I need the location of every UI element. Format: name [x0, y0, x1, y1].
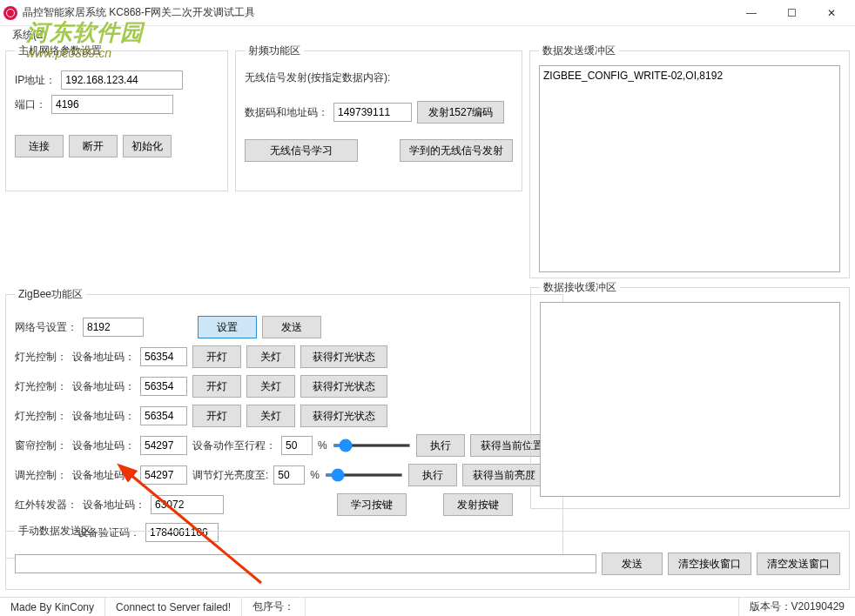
label-curtain: 窗帘控制：	[15, 439, 67, 453]
label-light2: 灯光控制：	[15, 379, 67, 394]
slider-curtain[interactable]	[333, 444, 411, 447]
input-curtain-pct[interactable]	[281, 436, 313, 455]
zigbee-set-button[interactable]: 设置	[198, 316, 257, 338]
light3-on-button[interactable]: 开灯	[192, 405, 241, 427]
input-light2-addr[interactable]	[140, 377, 187, 396]
group-rx-buffer: 数据接收缓冲区	[530, 280, 850, 509]
input-manual[interactable]	[15, 554, 596, 573]
label-curtain-act: 设备动作至行程：	[192, 439, 276, 453]
legend-rxbuf: 数据接收缓冲区	[540, 280, 620, 295]
label-dim-act: 调节灯光亮度至:	[192, 468, 268, 483]
status-made: Made By KinCony	[0, 598, 105, 616]
label-pct2: %	[310, 469, 320, 481]
window-title: 晶控智能家居系统 KC868-F网关二次开发调试工具	[23, 5, 731, 20]
input-netid[interactable]	[83, 318, 144, 337]
label-ir-addr: 设备地址码：	[83, 498, 145, 512]
rf-emit-button[interactable]: 学到的无线信号发射	[400, 139, 513, 162]
label-ip: IP地址：	[15, 73, 56, 88]
label-light3: 灯光控制：	[15, 409, 67, 424]
maximize-button[interactable]: ☐	[771, 0, 811, 26]
light1-on-button[interactable]: 开灯	[192, 345, 241, 368]
rf-learn-button[interactable]: 无线信号学习	[245, 139, 358, 162]
input-light1-addr[interactable]	[140, 347, 187, 366]
label-rf-code: 数据码和地址码：	[245, 105, 328, 120]
group-manual-send: 手动数据发送区 发送 清空接收窗口 清空发送窗口	[5, 524, 850, 590]
light2-off-button[interactable]: 关灯	[246, 375, 295, 398]
label-netid: 网络号设置：	[15, 320, 77, 335]
input-dim-pct[interactable]	[273, 465, 305, 485]
close-button[interactable]: ✕	[811, 0, 852, 26]
input-dim-addr[interactable]	[140, 465, 187, 485]
label-addr3: 设备地址码：	[72, 409, 135, 424]
disconnect-button[interactable]: 断开	[69, 135, 118, 157]
group-zigbee: ZigBee功能区 网络号设置： 设置 发送 灯光控制： 设备地址码： 开灯 关…	[5, 287, 563, 559]
label-curtain-addr: 设备地址码：	[72, 439, 135, 453]
label-dim-addr: 设备地址码：	[72, 468, 135, 483]
label-pct1: %	[318, 439, 327, 452]
input-ir-addr[interactable]	[151, 495, 224, 514]
label-dim: 调光控制：	[15, 468, 67, 483]
statusbar: Made By KinCony Connect to Server failed…	[0, 597, 855, 616]
input-rf-code[interactable]	[333, 103, 412, 122]
label-port: 端口：	[15, 97, 46, 112]
light3-off-button[interactable]: 关灯	[246, 405, 295, 427]
legend-zigbee: ZigBee功能区	[15, 287, 86, 302]
input-port[interactable]	[51, 95, 173, 114]
app-icon	[3, 6, 17, 20]
textarea-txbuf[interactable]: ZIGBEE_CONFIG_WRITE-02,OI,8192	[539, 65, 840, 272]
group-network: 主机网络参数设置 IP地址： 端口： 连接 断开 初始化	[5, 44, 228, 191]
menubar: 系统(Z)	[0, 26, 855, 44]
init-button[interactable]: 初始化	[123, 135, 172, 157]
group-tx-buffer: 数据发送缓冲区 ZIGBEE_CONFIG_WRITE-02,OI,8192	[529, 44, 850, 278]
input-ip[interactable]	[61, 70, 183, 90]
legend-rf: 射频功能区	[245, 44, 304, 58]
ir-learn-button[interactable]: 学习按键	[337, 493, 407, 516]
input-light3-addr[interactable]	[140, 406, 187, 425]
light3-status-button[interactable]: 获得灯光状态	[300, 405, 387, 427]
titlebar: 晶控智能家居系统 KC868-F网关二次开发调试工具 — ☐ ✕	[0, 0, 855, 26]
status-seq: 包序号：	[242, 598, 306, 616]
label-addr1: 设备地址码：	[72, 350, 135, 365]
label-ir: 红外转发器：	[15, 498, 77, 512]
light2-status-button[interactable]: 获得灯光状态	[300, 375, 387, 398]
textarea-rxbuf[interactable]	[540, 302, 840, 497]
send-1527-button[interactable]: 发射1527编码	[417, 101, 504, 124]
light1-off-button[interactable]: 关灯	[246, 345, 295, 368]
light1-status-button[interactable]: 获得灯光状态	[300, 345, 387, 368]
label-light1: 灯光控制：	[15, 350, 67, 365]
label-rf-line1: 无线信号发射(按指定数据内容):	[245, 70, 390, 85]
status-version: 版本号：V20190429	[739, 598, 855, 616]
zigbee-send-button[interactable]: 发送	[262, 316, 321, 338]
group-rf: 射频功能区 无线信号发射(按指定数据内容): 数据码和地址码： 发射1527编码…	[235, 44, 522, 191]
clear-rx-button[interactable]: 清空接收窗口	[668, 552, 751, 575]
legend-network: 主机网络参数设置	[15, 44, 105, 58]
minimize-button[interactable]: —	[731, 0, 771, 26]
curtain-exec-button[interactable]: 执行	[416, 434, 465, 457]
dim-exec-button[interactable]: 执行	[408, 464, 457, 486]
status-conn: Connect to Server failed!	[105, 598, 242, 616]
legend-manual: 手动数据发送区	[15, 524, 95, 539]
input-curtain-addr[interactable]	[140, 436, 187, 455]
light2-on-button[interactable]: 开灯	[192, 375, 241, 398]
label-addr2: 设备地址码：	[72, 379, 135, 394]
menu-system[interactable]: 系统(Z)	[7, 27, 51, 43]
ir-send-button[interactable]: 发射按键	[443, 493, 513, 516]
connect-button[interactable]: 连接	[15, 135, 64, 157]
slider-dim[interactable]	[325, 473, 403, 477]
manual-send-button[interactable]: 发送	[602, 552, 663, 575]
clear-tx-button[interactable]: 清空发送窗口	[757, 552, 840, 575]
legend-txbuf: 数据发送缓冲区	[539, 44, 619, 58]
